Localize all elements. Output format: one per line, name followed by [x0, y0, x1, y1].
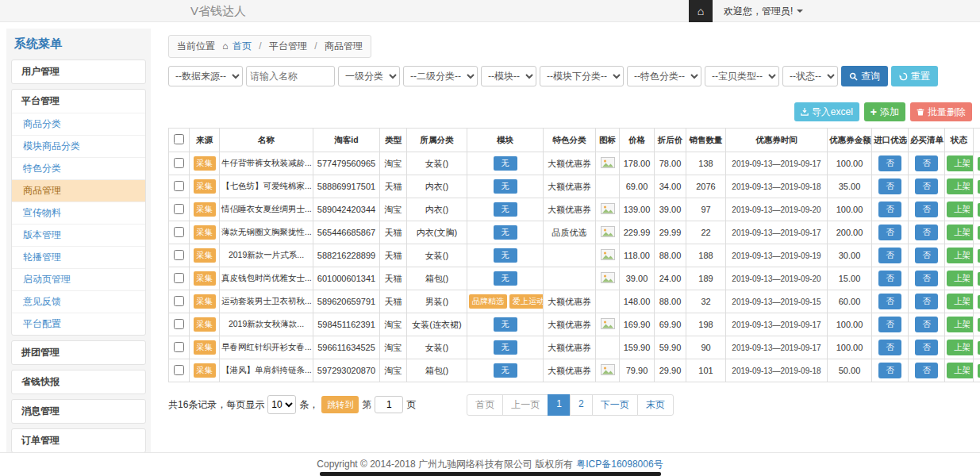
search-button[interactable]: 查询	[841, 66, 888, 86]
edit-button[interactable]	[978, 318, 980, 332]
row-checkbox[interactable]	[174, 273, 184, 283]
filter-select-2[interactable]: --二级分类--	[403, 66, 478, 86]
edit-button[interactable]	[978, 364, 980, 378]
actions-cell	[974, 221, 980, 244]
page-button-4[interactable]: 下一页	[592, 394, 638, 416]
home-button[interactable]: ⌂	[689, 0, 713, 22]
page-button-1[interactable]: 上一页	[502, 394, 548, 416]
status-toggle[interactable]: 上架	[947, 317, 974, 332]
user-menu[interactable]: 欢迎您，管理员!	[713, 0, 814, 22]
row-checkbox[interactable]	[174, 250, 184, 260]
sidebar-item-2[interactable]: 商品分类	[12, 113, 145, 135]
filter-select-5[interactable]: --特色分类--	[627, 66, 701, 86]
filter-select-0[interactable]: --数据来源--	[168, 66, 243, 86]
status-toggle[interactable]: 上架	[947, 271, 974, 286]
sidebar-group-13[interactable]: 省钱快报	[12, 370, 145, 393]
import-select-toggle[interactable]: 否	[878, 317, 901, 332]
page-number-input[interactable]	[375, 396, 403, 413]
edit-button[interactable]	[978, 272, 980, 286]
batch-delete-button[interactable]: 批量删除	[910, 102, 972, 121]
sidebar-item-7[interactable]: 版本管理	[12, 224, 145, 246]
status-toggle[interactable]: 上架	[947, 178, 974, 194]
edit-button[interactable]	[978, 341, 980, 355]
status-cell: 上架	[945, 175, 974, 198]
page-button-0[interactable]: 首页	[467, 394, 503, 416]
sidebar-item-3[interactable]: 模块商品分类	[12, 135, 145, 157]
select-all-checkbox[interactable]	[174, 134, 184, 144]
edit-button[interactable]	[978, 157, 980, 171]
must-buy-toggle[interactable]: 否	[915, 317, 938, 332]
sidebar-item-4[interactable]: 特色分类	[12, 157, 145, 179]
reset-button[interactable]: 重置	[891, 66, 938, 86]
icon-cell	[596, 221, 620, 244]
edit-button[interactable]	[978, 203, 980, 217]
row-checkbox[interactable]	[174, 365, 184, 375]
sidebar-group-1[interactable]: 平台管理	[12, 90, 145, 113]
sidebar-group-15[interactable]: 订单管理	[12, 429, 145, 452]
row-checkbox[interactable]	[174, 227, 184, 237]
page-button-3[interactable]: 2	[570, 394, 593, 416]
row-checkbox[interactable]	[174, 319, 184, 329]
row-checkbox[interactable]	[174, 204, 184, 214]
sidebar-item-10[interactable]: 意见反馈	[12, 290, 145, 313]
page-button-5[interactable]: 末页	[637, 394, 674, 416]
sidebar-item-5[interactable]: 商品管理	[12, 179, 145, 202]
sidebar-group-12[interactable]: 拼团管理	[12, 341, 145, 364]
status-toggle[interactable]: 上架	[947, 294, 974, 309]
filter-select-6[interactable]: --宝贝类型--	[705, 66, 779, 86]
price: 229.99	[620, 221, 655, 244]
edit-button[interactable]	[978, 226, 980, 240]
must-buy-toggle[interactable]: 否	[915, 363, 938, 378]
jump-button[interactable]: 跳转到	[321, 396, 359, 413]
edit-button[interactable]	[978, 295, 980, 309]
import-select-toggle[interactable]: 否	[878, 340, 901, 355]
name-search-input[interactable]	[246, 66, 335, 86]
import-select-toggle[interactable]: 否	[878, 155, 901, 171]
status-toggle[interactable]: 上架	[947, 248, 974, 263]
import-select-toggle[interactable]: 否	[878, 248, 901, 263]
page-button-2[interactable]: 1	[548, 394, 571, 416]
must-buy-toggle[interactable]: 否	[915, 340, 938, 355]
import-select-toggle[interactable]: 否	[878, 363, 901, 378]
status-toggle[interactable]: 上架	[947, 202, 974, 217]
import-select-toggle[interactable]: 否	[878, 178, 901, 194]
sidebar-item-11[interactable]: 平台配置	[12, 313, 145, 335]
status-toggle[interactable]: 上架	[947, 340, 974, 355]
filter-select-7[interactable]: --状态--	[782, 66, 838, 86]
sidebar-item-6[interactable]: 宣传物料	[12, 202, 145, 224]
must-buy-toggle[interactable]: 否	[915, 294, 938, 309]
row-checkbox[interactable]	[174, 181, 184, 191]
sidebar-group-14[interactable]: 消息管理	[12, 400, 145, 423]
breadcrumb-home-link[interactable]: 首页	[233, 40, 252, 52]
row-checkbox[interactable]	[174, 342, 184, 352]
import-select-toggle[interactable]: 否	[878, 271, 901, 286]
per-page-select[interactable]: 10	[267, 395, 296, 414]
status-toggle[interactable]: 上架	[947, 225, 974, 240]
filter-select-1[interactable]: 一级分类	[338, 66, 400, 86]
sidebar-item-8[interactable]: 轮播管理	[12, 246, 145, 268]
sidebar-item-9[interactable]: 启动页管理	[12, 268, 145, 290]
import-excel-button[interactable]: 导入excel	[794, 102, 859, 121]
must-buy-toggle[interactable]: 否	[915, 155, 938, 171]
source-badge: 采集	[194, 340, 216, 355]
row-checkbox[interactable]	[174, 296, 184, 306]
must-buy-toggle[interactable]: 否	[915, 271, 938, 286]
filter-select-3[interactable]: --模块--	[481, 66, 536, 86]
import-select-toggle[interactable]: 否	[878, 294, 901, 309]
filter-select-4[interactable]: --模块下分类--	[540, 66, 624, 86]
edit-button[interactable]	[978, 249, 980, 263]
must-buy-toggle[interactable]: 否	[915, 202, 938, 217]
must-buy-toggle[interactable]: 否	[915, 248, 938, 263]
row-checkbox[interactable]	[174, 158, 184, 168]
add-button[interactable]: + 添加	[864, 102, 905, 121]
status-toggle[interactable]: 上架	[947, 363, 974, 378]
edit-button[interactable]	[978, 180, 980, 194]
must-buy-toggle[interactable]: 否	[915, 178, 938, 194]
import-select-toggle[interactable]: 否	[878, 225, 901, 240]
sidebar-group-0[interactable]: 用户管理	[12, 60, 145, 83]
must-buy-toggle[interactable]: 否	[915, 225, 938, 240]
status-toggle[interactable]: 上架	[947, 155, 974, 171]
icp-link[interactable]: 粤ICP备16098006号	[576, 458, 663, 471]
import-select-toggle[interactable]: 否	[878, 202, 901, 217]
price: 69.00	[620, 175, 655, 198]
